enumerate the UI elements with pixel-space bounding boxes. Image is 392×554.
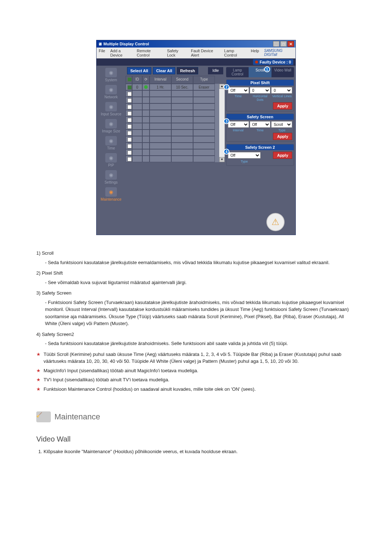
table-row[interactable] [126,123,225,130]
row-checkbox[interactable] [127,98,132,103]
cell-second [171,123,193,130]
mdc-window: 🖥 Multiple Display Control _ □ ✕ File Ad… [96,40,296,235]
row-checkbox[interactable] [127,118,132,122]
cell-type: Eraser [193,84,215,90]
row-checkbox[interactable] [127,92,132,96]
label-time: Time [228,94,248,102]
sidebar-item-system[interactable]: ◉System [97,67,125,83]
tab-video-wall[interactable]: Video Wall [271,67,294,77]
scroll-down-icon[interactable]: ▼ [219,157,225,162]
cell-second [171,116,193,123]
item3-title: 3) Safety Screen [36,290,72,296]
safety-type-select[interactable]: Scroll [271,121,292,128]
table-row[interactable] [126,149,225,156]
label-hd: Horizontal Dots [250,94,270,102]
cell-id: 0 [132,84,142,90]
sidebar-item-input-source[interactable]: ◉Input Source [97,101,125,117]
safety-screen2-apply-button[interactable]: Apply [273,152,292,159]
star-note-1: Tüübi Scroll (Kerimine) puhul saab üksus… [36,351,356,365]
sidebar-item-pip[interactable]: ◉PIP [97,152,125,168]
document-body: 1) Scroll Seda funktsiooni kasutatakse j… [36,250,356,455]
pixel-shift-vl-select[interactable]: 0 [271,87,292,94]
sidebar-item-network[interactable]: ◉Network [97,84,125,100]
cell-status [142,156,150,162]
cell-id [132,136,142,143]
label-time2: Time [250,128,270,132]
maximize-button[interactable]: □ [280,41,287,47]
tab-scroll-label: Scroll [256,68,265,72]
minimize-button[interactable]: _ [273,41,279,47]
item1-body: Seda funktsiooni kasutatakse järelkujuti… [45,259,356,266]
cell-type [193,123,215,130]
menu-file[interactable]: File [99,49,105,57]
close-button[interactable]: ✕ [287,41,294,47]
marker-1: 1 [264,66,270,72]
sidebar-icon: ◉ [105,153,117,163]
sidebar-item-time[interactable]: ◉Time [97,135,125,151]
label-type: Type [272,128,292,132]
menu-fault-alert[interactable]: Fault Device Alert [191,49,219,57]
table-row[interactable] [126,97,225,103]
menu-safety-lock[interactable]: Safety Lock [167,49,186,57]
table-row[interactable]: 01 Hr.10 Sec.Eraser [126,84,225,90]
safety2-off-select[interactable]: Off [228,152,261,159]
row-checkbox[interactable] [127,157,132,161]
table-row[interactable] [126,90,225,97]
table-row[interactable] [126,103,225,110]
cell-second [171,156,193,162]
table-row[interactable] [126,143,225,149]
safety-off-select[interactable]: Off [228,121,249,128]
maintenance-heading-text: Maintenance [54,411,100,423]
sidebar-icon: ◉ [105,68,117,77]
col-status: ⟳ [142,76,150,84]
sidebar-item-settings[interactable]: ◉Settings [97,169,125,185]
table-row[interactable] [126,110,225,116]
row-checkbox[interactable] [127,85,132,90]
table-row[interactable] [126,116,225,123]
item4-body: Seda funktsiooni kasutatakse järelkujuti… [45,340,356,347]
pixel-shift-apply-button[interactable]: Apply [273,102,292,110]
row-checkbox[interactable] [127,124,132,129]
row-checkbox[interactable] [127,131,132,135]
sidebar-icon: ◉ [105,119,117,128]
safety-screen2-title: Safety Screen 2 [226,144,294,150]
menu-remote[interactable]: Remote Control [137,49,162,57]
safety-screen-apply-button[interactable]: Apply [273,133,292,140]
row-checkbox[interactable] [127,151,132,155]
pixel-shift-hd-select[interactable]: 0 [250,87,271,94]
table-row[interactable] [126,136,225,143]
faulty-dot-icon [255,61,258,63]
pixel-shift-off-select[interactable]: Off [228,87,249,94]
maintenance-heading: 🧹 Maintenance [36,411,356,423]
sidebar-item-maintenance[interactable]: ◉Maintenance [97,186,125,202]
sidebar-item-label: Time [107,146,115,150]
videowall-heading: Video Wall [36,434,356,444]
menu-add-device[interactable]: Add a Device [110,49,132,57]
tab-lamp-control[interactable]: Lamp Control [226,67,249,77]
menu-lamp[interactable]: Lamp Control [224,49,246,57]
select-all-button[interactable]: Select All [127,67,151,74]
sidebar: ◉System◉Network◉Input Source◉Image Size◉… [97,66,126,204]
sidebar-item-image-size[interactable]: ◉Image Size [97,118,125,134]
cell-status [142,97,150,103]
sidebar-item-label: System [105,78,117,82]
cell-status [142,143,150,149]
refresh-button[interactable]: Refresh [177,67,198,74]
cell-interval: 1 Hr. [150,84,171,90]
menu-help[interactable]: Help [251,49,259,57]
table-row[interactable] [126,156,225,162]
item4-title: 4) Safety Screen2 [36,332,74,337]
cell-interval [150,143,171,149]
item2-title: 2) Pixel Shift [36,270,63,276]
clear-all-button[interactable]: Clear All [153,67,175,74]
tab-scroll[interactable]: Scroll 1 [249,67,271,77]
table-row[interactable] [126,130,225,136]
safety-interval-select[interactable]: Off [250,121,271,128]
row-checkbox[interactable] [127,144,132,148]
videowall-step-1: Klõpsake ikoonile "Maintenance" (Hooldus… [44,448,356,455]
cell-second [171,130,193,136]
row-checkbox[interactable] [127,105,132,109]
row-checkbox[interactable] [127,138,132,142]
row-checkbox[interactable] [127,111,132,116]
faulty-device-text: Faulty Device : 0 [260,60,291,64]
